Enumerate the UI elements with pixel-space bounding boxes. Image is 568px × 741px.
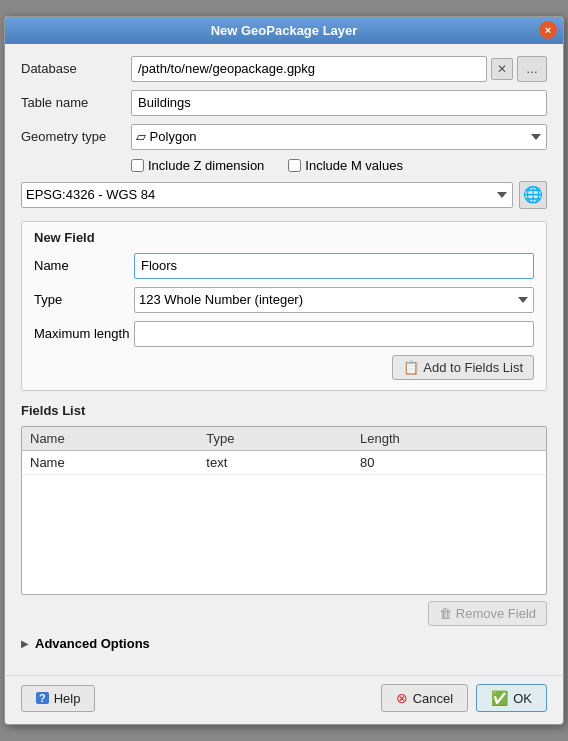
remove-field-row: 🗑 Remove Field bbox=[21, 601, 547, 626]
cancel-label: Cancel bbox=[413, 691, 453, 706]
field-name-row: Name bbox=[34, 253, 534, 279]
include-z-checkbox-label[interactable]: Include Z dimension bbox=[131, 158, 264, 173]
close-button[interactable]: × bbox=[539, 21, 557, 39]
new-field-header: New Field bbox=[34, 230, 534, 245]
include-z-label: Include Z dimension bbox=[148, 158, 264, 173]
fields-list-section: Fields List Name Type Length Name text bbox=[21, 403, 547, 627]
field-name-input[interactable] bbox=[134, 253, 534, 279]
include-z-checkbox[interactable] bbox=[131, 159, 144, 172]
col-header-length: Length bbox=[352, 427, 546, 451]
cancel-button[interactable]: ⊗ Cancel bbox=[381, 684, 468, 712]
field-type-row: Type 123 Whole Number (integer) Decimal … bbox=[34, 287, 534, 313]
include-m-checkbox[interactable] bbox=[288, 159, 301, 172]
database-clear-button[interactable]: ✕ bbox=[491, 58, 513, 80]
include-m-label: Include M values bbox=[305, 158, 403, 173]
advanced-options-section[interactable]: ▶ Advanced Options bbox=[21, 636, 547, 651]
field-maxlength-label: Maximum length bbox=[34, 326, 134, 341]
ok-button[interactable]: ✅ OK bbox=[476, 684, 547, 712]
dialog: New GeoPackage Layer × Database ✕ … Tabl… bbox=[4, 16, 564, 726]
database-row: Database ✕ … bbox=[21, 56, 547, 82]
ok-icon: ✅ bbox=[491, 690, 508, 706]
database-input-group: ✕ … bbox=[131, 56, 547, 82]
advanced-label: Advanced Options bbox=[35, 636, 150, 651]
database-input[interactable] bbox=[131, 56, 487, 82]
crs-row: EPSG:4326 - WGS 84 EPSG:3857 - WGS 84 / … bbox=[21, 181, 547, 209]
field-name-label: Name bbox=[34, 258, 134, 273]
table-name-label: Table name bbox=[21, 95, 131, 110]
remove-field-label: Remove Field bbox=[456, 606, 536, 621]
help-button[interactable]: ? Help bbox=[21, 685, 95, 712]
geometry-select-group: ▱ Polygon Point Line bbox=[131, 124, 547, 150]
cancel-icon: ⊗ bbox=[396, 690, 408, 706]
table-name-row: Table name bbox=[21, 90, 547, 116]
geometry-type-row: Geometry type ▱ Polygon Point Line bbox=[21, 124, 547, 150]
help-icon: ? bbox=[36, 692, 49, 704]
ok-label: OK bbox=[513, 691, 532, 706]
col-header-name: Name bbox=[22, 427, 198, 451]
fields-table: Name Type Length Name text 80 bbox=[22, 427, 546, 595]
database-label: Database bbox=[21, 61, 131, 76]
add-field-label: Add to Fields List bbox=[423, 360, 523, 375]
fields-table-head: Name Type Length bbox=[22, 427, 546, 451]
dialog-title: New GeoPackage Layer bbox=[211, 23, 358, 38]
geometry-type-label: Geometry type bbox=[21, 129, 131, 144]
crs-globe-button[interactable]: 🌐 bbox=[519, 181, 547, 209]
field-type-select[interactable]: 123 Whole Number (integer) Decimal Numbe… bbox=[134, 287, 534, 313]
remove-field-button[interactable]: 🗑 Remove Field bbox=[428, 601, 547, 626]
dialog-body: Database ✕ … Table name Geometry type ▱ … bbox=[5, 44, 563, 676]
field-maxlength-row: Maximum length bbox=[34, 321, 534, 347]
fields-table-header-row: Name Type Length bbox=[22, 427, 546, 451]
table-row[interactable]: Name text 80 bbox=[22, 450, 546, 474]
remove-field-icon: 🗑 bbox=[439, 606, 452, 621]
footer: ? Help ⊗ Cancel ✅ OK bbox=[5, 675, 563, 724]
footer-right: ⊗ Cancel ✅ OK bbox=[381, 684, 547, 712]
advanced-triangle-icon: ▶ bbox=[21, 638, 29, 649]
database-browse-button[interactable]: … bbox=[517, 56, 547, 82]
geometry-type-select[interactable]: ▱ Polygon Point Line bbox=[131, 124, 547, 150]
field-type-label: Type bbox=[34, 292, 134, 307]
field-maxlength-input[interactable] bbox=[134, 321, 534, 347]
table-spacer-row bbox=[22, 474, 546, 594]
row-type: text bbox=[198, 450, 352, 474]
table-name-input[interactable] bbox=[131, 90, 547, 116]
footer-left: ? Help bbox=[21, 685, 95, 712]
row-name: Name bbox=[22, 450, 198, 474]
add-to-fields-button[interactable]: 📋 Add to Fields List bbox=[392, 355, 534, 380]
checkboxes-row: Include Z dimension Include M values bbox=[131, 158, 547, 173]
fields-list-header: Fields List bbox=[21, 403, 547, 418]
fields-table-body: Name text 80 bbox=[22, 450, 546, 594]
col-header-type: Type bbox=[198, 427, 352, 451]
fields-table-wrap: Name Type Length Name text 80 bbox=[21, 426, 547, 596]
row-length: 80 bbox=[352, 450, 546, 474]
add-field-icon: 📋 bbox=[403, 360, 419, 375]
add-field-row: 📋 Add to Fields List bbox=[34, 355, 534, 380]
include-m-checkbox-label[interactable]: Include M values bbox=[288, 158, 403, 173]
title-bar: New GeoPackage Layer × bbox=[5, 17, 563, 44]
new-field-section: New Field Name Type 123 Whole Number (in… bbox=[21, 221, 547, 391]
help-label: Help bbox=[54, 691, 81, 706]
crs-select[interactable]: EPSG:4326 - WGS 84 EPSG:3857 - WGS 84 / … bbox=[21, 182, 513, 208]
